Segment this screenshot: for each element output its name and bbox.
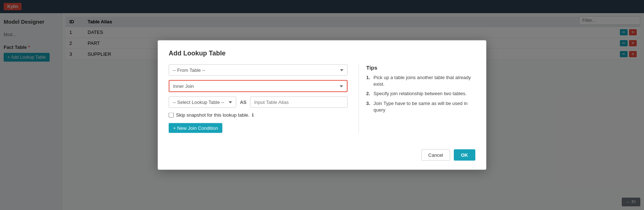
tip-item-2: Specify join relationship between two ta…: [366, 90, 475, 97]
modal-title: Add Lookup Table: [169, 50, 475, 57]
table-alias-input[interactable]: [250, 97, 348, 108]
as-label: AS: [240, 100, 246, 105]
tip-item-1: Pick up a table joins another table that…: [366, 74, 475, 88]
modal-tips: Tips Pick up a table joins another table…: [359, 65, 475, 133]
info-icon: ℹ: [252, 112, 254, 118]
modal-footer: Cancel OK: [169, 144, 475, 161]
cancel-button[interactable]: Cancel: [421, 149, 450, 161]
select-lookup-table-select[interactable]: -- Select Lookup Table --: [169, 97, 236, 108]
tips-list: Pick up a table joins another table that…: [366, 74, 475, 113]
modal-body: -- From Table -- Inner Join Left Join --…: [169, 65, 475, 133]
skip-snapshot-checkbox[interactable]: [169, 112, 174, 117]
from-table-select[interactable]: -- From Table --: [169, 65, 348, 76]
tips-title: Tips: [366, 65, 475, 71]
new-join-condition-button[interactable]: + New Join Condition: [169, 123, 222, 133]
ok-button[interactable]: OK: [454, 149, 476, 161]
skip-snapshot-label: Skip snapshot for this lookup table.: [176, 112, 250, 118]
tip-item-3: Join Type have to be same as will be use…: [366, 100, 475, 113]
join-type-select[interactable]: Inner Join Left Join: [169, 80, 348, 92]
add-lookup-table-modal: Add Lookup Table -- From Table -- Inner …: [158, 40, 486, 170]
join-type-group: Inner Join Left Join: [169, 80, 348, 92]
from-table-group: -- From Table --: [169, 65, 348, 76]
lookup-table-row: -- Select Lookup Table -- AS: [169, 97, 348, 108]
skip-snapshot-row: Skip snapshot for this lookup table. ℹ: [169, 112, 348, 118]
modal-left: -- From Table -- Inner Join Left Join --…: [169, 65, 348, 133]
